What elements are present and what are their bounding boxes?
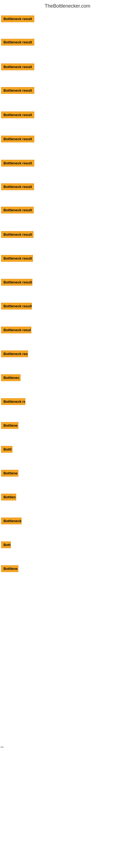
bottleneck-badge[interactable]: Bottleneck result (1, 231, 34, 238)
bottleneck-row: Bottleneck re (1, 398, 26, 406)
bottleneck-row: Bottleneck result (1, 327, 31, 335)
small-label: 0% (1, 746, 4, 748)
bottleneck-row: Bottleneck result (1, 87, 34, 95)
bottleneck-badge[interactable]: Bottleneck (1, 518, 21, 524)
bottleneck-badge[interactable]: Bottleneck result (1, 160, 34, 166)
bottleneck-row: Bottleneck result (1, 303, 32, 311)
bottleneck-row: Bottleneck res (1, 350, 28, 358)
bottleneck-row: Bottleneck result (1, 135, 34, 144)
bottleneck-badge[interactable]: Bottl (1, 446, 12, 453)
bottleneck-badge[interactable]: Bottlene (1, 422, 18, 429)
bottleneck-row: Bottleneck result (1, 231, 34, 239)
bottleneck-row: Bottleneck result (1, 160, 34, 167)
site-title: TheBottlenecker.com (0, 1, 135, 11)
bottleneck-badge[interactable]: Bottleneck res (1, 350, 28, 357)
bottleneck-row: Bottlene (1, 565, 18, 573)
bottleneck-badge[interactable]: Bottleneck result (1, 16, 34, 22)
bottleneck-row: Bottleneck result (1, 183, 34, 191)
bottleneck-row: Bottleneck result (1, 63, 34, 71)
bottleneck-badge[interactable]: Bottleneck result (1, 39, 34, 45)
bottleneck-badge[interactable]: Bottlene (1, 565, 18, 572)
bottleneck-badge[interactable]: Bottlenec (1, 374, 20, 381)
bottleneck-row: Bottleneck result (1, 39, 34, 46)
bottleneck-badge[interactable]: Bottleneck result (1, 112, 34, 118)
bottleneck-badge[interactable]: Bottleneck result (1, 303, 32, 310)
bottleneck-row: Bottleneck result (1, 112, 34, 119)
bottleneck-badge[interactable]: Bottleneck result (1, 63, 34, 70)
bottleneck-badge[interactable]: Bottlen (1, 494, 16, 500)
bottleneck-row: Bottleneck (1, 518, 21, 525)
bottleneck-row: Bottlenec (1, 374, 20, 382)
bottleneck-row: Bottlene (1, 422, 18, 430)
bottleneck-badge[interactable]: Bottleneck result (1, 327, 31, 333)
bottleneck-badge[interactable]: Bottleneck result (1, 207, 34, 214)
bottleneck-badge[interactable]: Bottlene (1, 470, 18, 476)
bottleneck-badge[interactable]: Bottleneck result (1, 87, 34, 94)
bottleneck-badge[interactable]: Bottleneck result (1, 135, 34, 143)
bottleneck-row: Bottleneck result (1, 279, 32, 287)
bottleneck-row: Bottlen (1, 494, 16, 501)
bottleneck-row: Bottl (1, 446, 12, 454)
bottleneck-badge[interactable]: Bottleneck result (1, 255, 33, 262)
bottleneck-badge[interactable]: Bottleneck result (1, 279, 32, 286)
bottleneck-row: Bottleneck result (1, 16, 34, 23)
bottleneck-row: Bottlene (1, 470, 18, 478)
bottleneck-badge[interactable]: Bottleneck result (1, 183, 34, 190)
bottleneck-badge[interactable]: Bottleneck re (1, 398, 26, 405)
bottleneck-row: Bottleneck result (1, 207, 34, 215)
bottleneck-row: Bott (1, 541, 11, 549)
bottleneck-badge[interactable]: Bott (1, 541, 11, 548)
bottleneck-row: Bottleneck result (1, 255, 33, 263)
